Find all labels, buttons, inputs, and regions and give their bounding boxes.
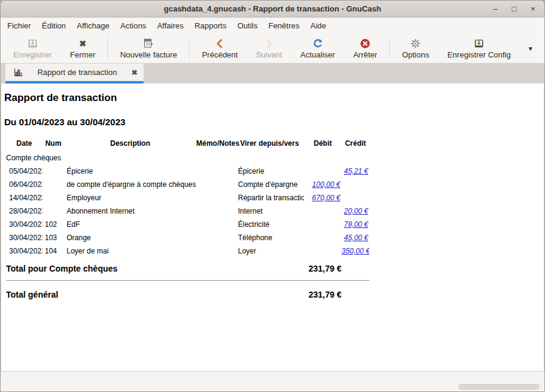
chevron-down-icon: ▼ xyxy=(527,45,533,52)
col-header-memo: Mémo/Notes xyxy=(196,138,235,152)
menu-affichage[interactable]: Affichage xyxy=(71,18,115,34)
gnucash-window: gcashdata_4.gnucash - Rapport de transac… xyxy=(0,0,545,392)
subtotal-credit-empty xyxy=(342,258,369,280)
refresh-button[interactable]: Actualiser xyxy=(291,35,344,62)
gear-icon xyxy=(410,38,421,49)
table-row: 06/04/2023de compte d'épargne à compte c… xyxy=(6,178,369,191)
stop-button-label: Arrêter xyxy=(353,50,377,59)
back-icon xyxy=(214,38,225,49)
menu-actions[interactable]: Actions xyxy=(115,18,152,34)
menu-affaires[interactable]: Affaires xyxy=(151,18,189,34)
toolbar-overflow-button[interactable]: ▼ xyxy=(520,35,541,62)
statusbar xyxy=(1,371,544,391)
maximize-icon[interactable]: □ xyxy=(510,5,518,13)
cell-credit: 45,21 € xyxy=(342,165,369,178)
cell-credit-link[interactable]: 20,00 € xyxy=(344,207,368,215)
stop-button[interactable]: Arrêter xyxy=(344,35,386,62)
transaction-table: Date Num Description Mémo/Notes Virer de… xyxy=(6,138,369,303)
cell-date: 28/04/2023 xyxy=(6,204,42,218)
cell-credit: 350,00 € xyxy=(342,244,369,258)
back-button[interactable]: Précédent xyxy=(193,35,246,62)
cell-debit xyxy=(304,165,342,178)
subtotal-value: 231,79 € xyxy=(304,258,342,280)
cell-memo xyxy=(196,191,235,204)
titlebar: gcashdata_4.gnucash - Rapport de transac… xyxy=(1,1,544,18)
menubar: FichierÉditionAffichageActionsAffairesRa… xyxy=(1,18,544,34)
cell-memo xyxy=(196,231,235,244)
menu-edition[interactable]: Édition xyxy=(36,18,71,34)
options-button[interactable]: Options xyxy=(393,35,438,62)
toolbar-separator xyxy=(107,38,108,59)
cell-credit: 78,00 € xyxy=(342,218,369,231)
refresh-icon xyxy=(312,38,323,49)
cell-description: Abonnement Internet xyxy=(64,204,196,218)
save-config-button-label: Enregistrer Config xyxy=(448,50,511,59)
new-invoice-button[interactable]: Nouvelle facture xyxy=(111,35,186,62)
cell-debit xyxy=(304,231,342,244)
cell-credit xyxy=(342,191,369,204)
subtotal-label: Total pour Compte chèques xyxy=(6,258,304,280)
cell-debit-link[interactable]: 670,00 € xyxy=(312,194,340,202)
menu-outils[interactable]: Outils xyxy=(232,18,263,34)
table-row: 14/04/2023EmployeurRépartir la transacti… xyxy=(6,191,369,204)
close-window-icon[interactable]: × xyxy=(529,5,537,13)
cell-description: Employeur xyxy=(64,191,196,204)
grand-total-credit-empty xyxy=(342,281,369,303)
cell-transfer: Téléphone xyxy=(235,231,304,244)
cell-description: EdF xyxy=(64,218,196,231)
col-header-num: Num xyxy=(42,138,64,152)
toolbar: Enregistrer ✖ Fermer Nouvelle facture xyxy=(1,34,544,64)
toolbar-separator xyxy=(189,38,190,59)
grand-total-value: 231,79 € xyxy=(304,281,342,303)
grand-total-label: Total général xyxy=(6,281,304,303)
grand-total-row: Total général231,79 € xyxy=(6,281,369,303)
col-header-description: Description xyxy=(64,138,196,152)
stop-icon xyxy=(360,38,371,49)
cell-debit-link[interactable]: 100,00 € xyxy=(312,180,340,189)
cell-memo xyxy=(196,218,235,231)
close-report-button[interactable]: ✖ Fermer xyxy=(61,35,105,62)
tab-rapport-de-transaction[interactable]: Rapport de transaction ✖ xyxy=(5,64,144,83)
report-chart-icon xyxy=(14,67,23,78)
menu-aide[interactable]: Aide xyxy=(305,18,332,34)
cell-date: 14/04/2023 xyxy=(6,191,42,204)
window-title: gcashdata_4.gnucash - Rapport de transac… xyxy=(164,4,381,13)
save-config-button[interactable]: Enregistrer Config xyxy=(438,35,520,62)
menu-fenetres[interactable]: Fenêtres xyxy=(263,18,305,34)
cell-num xyxy=(42,165,64,178)
cell-credit: 20,00 € xyxy=(342,204,369,218)
cell-description: de compte d'épargne à compte chèques xyxy=(64,178,196,191)
menu-fichier[interactable]: Fichier xyxy=(2,18,36,34)
cell-transfer: Internet xyxy=(235,204,304,218)
save-icon xyxy=(27,38,38,49)
cell-credit-link[interactable]: 45,00 € xyxy=(344,234,368,242)
save-button[interactable]: Enregistrer xyxy=(4,35,61,62)
cell-description: Loyer de mai xyxy=(64,244,196,258)
refresh-button-label: Actualiser xyxy=(300,50,335,59)
cell-debit xyxy=(304,218,342,231)
cell-credit xyxy=(342,178,369,191)
save-button-label: Enregistrer xyxy=(13,50,52,59)
cell-debit xyxy=(304,204,342,218)
minimize-icon[interactable]: – xyxy=(491,5,500,13)
cell-credit-link[interactable]: 45,21 € xyxy=(344,167,368,175)
tab-close-icon[interactable]: ✖ xyxy=(131,68,137,77)
cell-memo xyxy=(196,204,235,218)
cell-num: 103 xyxy=(42,231,64,244)
cell-credit-link[interactable]: 350,00 € xyxy=(342,247,369,255)
cell-transfer: Répartir la transaction xyxy=(235,191,304,204)
cell-memo xyxy=(196,178,235,191)
cell-debit: 670,00 € xyxy=(304,191,342,204)
window-controls: – □ × xyxy=(491,1,537,17)
cell-date: 30/04/2023 xyxy=(6,218,42,231)
cell-transfer: Épicerie xyxy=(235,165,304,178)
account-section-row: Compte chèques xyxy=(6,152,369,165)
forward-button[interactable]: Suivant xyxy=(247,35,291,62)
cell-transfer: Loyer xyxy=(235,244,304,258)
report-title: Rapport de transaction xyxy=(4,92,544,104)
cell-credit-link[interactable]: 78,00 € xyxy=(344,220,368,229)
col-header-debit: Débit xyxy=(304,138,342,152)
menu-rapports[interactable]: Rapports xyxy=(189,18,232,34)
cell-debit xyxy=(304,244,342,258)
report-view: Rapport de transaction Du 01/04/2023 au … xyxy=(1,83,544,371)
